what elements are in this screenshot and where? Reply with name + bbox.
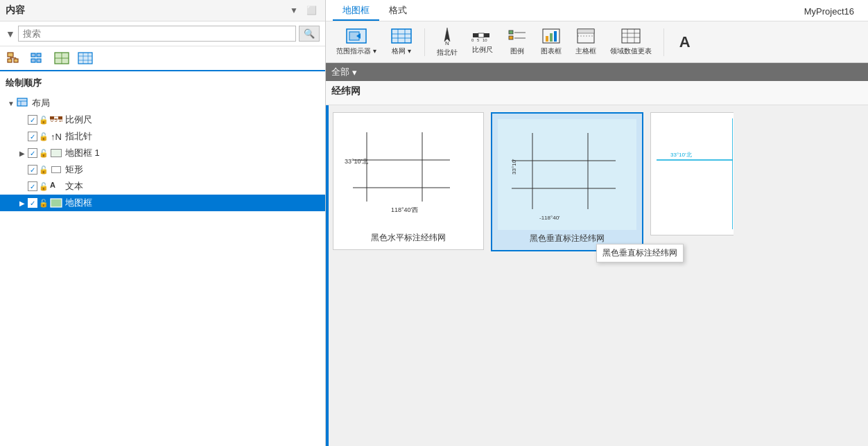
scalebar-ribbon-icon: 0 5 10 (471, 29, 494, 45)
rect-label: 矩形 (65, 163, 83, 176)
pin-icon[interactable]: ▼ (287, 4, 301, 17)
expand-icon-layout: ▼ (6, 100, 17, 107)
svg-rect-25 (51, 199, 62, 207)
search-bar: ▼ 🔍 (0, 21, 325, 46)
svg-rect-7 (31, 59, 35, 62)
panel-header-icons: ▼ ⬜ (287, 4, 320, 17)
svg-text:-118°40': -118°40' (539, 215, 560, 221)
scope-icon (345, 28, 367, 46)
svg-rect-43 (509, 30, 513, 34)
mapframe2-label: 地图框 (65, 197, 92, 209)
grid-ribbon-icon (390, 28, 413, 46)
svg-text:0: 0 (471, 38, 474, 42)
map-content: 33°10'北 118°40'西 黑色水平标注经纬网 33°10' (326, 105, 868, 446)
svg-rect-44 (509, 36, 513, 39)
grid-section: 经纬网 (326, 81, 868, 105)
expand-icon-mapframe2: ▶ (17, 199, 28, 207)
ribbon-content: 范围指示器 ▾ 格网 ▾ (326, 21, 868, 62)
dock-icon[interactable]: ⬜ (304, 4, 320, 17)
svg-rect-66 (498, 119, 636, 230)
lock-icon-north: 🔓 (39, 132, 49, 141)
checkbox-mapframe1[interactable] (28, 148, 37, 158)
layout-type-icon (17, 98, 29, 109)
checkbox-text[interactable] (28, 181, 37, 191)
svg-rect-50 (554, 31, 557, 42)
svg-text:5: 5 (477, 38, 480, 42)
attribute-button[interactable]: 领域数值更表 (605, 26, 657, 58)
mapframe1-type-icon (50, 148, 62, 159)
ribbon-area: 地图框 格式 MyProject16 范围指示器 ▾ (326, 0, 868, 63)
search-button[interactable]: 🔍 (299, 26, 320, 42)
map-card-canvas-1: 33°10'北 118°40'西 (339, 118, 478, 229)
scope-indicator-button[interactable]: 范围指示器 ▾ (331, 26, 381, 58)
project-name: MyProject16 (797, 2, 861, 21)
rect-type-icon (50, 164, 62, 175)
tree-item-rect[interactable]: 🔓 矩形 (0, 161, 325, 178)
tree-item-mapframe1[interactable]: ▶ 🔓 地图框 1 (0, 145, 325, 161)
svg-text:33°10': 33°10' (511, 159, 517, 175)
legend-ribbon-label: 图例 (510, 46, 524, 56)
mapframe1-label: 地图框 1 (65, 147, 100, 159)
map-card-partial[interactable]: 33°10'北 — (650, 112, 734, 235)
scale-type-icon: 0 5 10 (50, 114, 62, 125)
svg-rect-8 (37, 53, 41, 57)
svg-rect-49 (550, 33, 553, 42)
mainframe-ribbon-label: 主格框 (575, 46, 596, 56)
grid-button[interactable]: 格网 ▾ (385, 26, 417, 58)
map-card-horizontal[interactable]: 33°10'北 118°40'西 黑色水平标注经纬网 (333, 112, 484, 250)
checkbox-mapframe2[interactable] (28, 198, 37, 208)
checkbox-scale[interactable] (28, 115, 37, 125)
tab-format[interactable]: 格式 (379, 0, 417, 21)
map-card-vertical[interactable]: 33°10' -118°40' 黑色垂直标注经纬网 (491, 112, 643, 251)
grid-section-title: 经纬网 (331, 85, 862, 98)
text-ribbon-icon: A (679, 35, 691, 50)
tree-item-text[interactable]: 🔓 A 文本 (0, 178, 325, 195)
svg-rect-6 (31, 53, 35, 57)
tree-item-mapframe2[interactable]: ▶ 🔓 地图框 (0, 195, 325, 211)
svg-rect-48 (546, 36, 548, 42)
svg-rect-73 (657, 118, 733, 229)
card2-label: 黑色垂直标注经纬网 (530, 233, 605, 244)
hierarchy-view-icon[interactable] (6, 51, 24, 66)
lock-icon-scale: 🔓 (39, 115, 49, 125)
tab-mapframe[interactable]: 地图框 (333, 0, 379, 21)
list-view-icon[interactable] (29, 51, 47, 66)
map-view-icon[interactable] (53, 51, 71, 66)
svg-rect-18 (17, 98, 27, 106)
filter-icon[interactable]: ▼ (6, 28, 15, 39)
panel-title: 内容 (6, 4, 25, 17)
text-button[interactable]: A (671, 33, 699, 52)
grid-view-icon[interactable] (76, 51, 94, 66)
checkbox-north[interactable] (28, 132, 37, 141)
filter-dropdown-icon: ▾ (352, 67, 357, 78)
tree-item-layout[interactable]: ▼ 布局 (0, 95, 325, 112)
mapframe2-type-icon (50, 197, 62, 208)
scalebar-button[interactable]: 0 5 10 比例尺 (467, 27, 498, 57)
svg-text:N: N (445, 40, 449, 46)
attribute-ribbon-label: 领域数值更表 (610, 46, 652, 56)
svg-rect-13 (78, 53, 92, 64)
north-ribbon-icon: N (437, 26, 457, 48)
mainframe-button[interactable]: 主格框 (571, 26, 601, 58)
tree-item-scale[interactable]: 🔓 0 5 10 比例尺 (0, 112, 325, 128)
search-input[interactable] (18, 26, 296, 42)
text-label: 文本 (65, 180, 83, 193)
layout-label: 布局 (32, 97, 50, 109)
filter-all-label: 全部 (331, 66, 349, 78)
legend-button[interactable]: 图例 (503, 26, 532, 58)
svg-rect-37 (473, 33, 478, 37)
mainframe-ribbon-icon (576, 28, 596, 46)
svg-rect-54 (622, 29, 640, 43)
map-card-canvas-2: 33°10' -118°40' (498, 119, 636, 230)
svg-rect-23 (50, 116, 54, 119)
filter-all-button[interactable]: 全部 ▾ (331, 66, 357, 78)
svg-marker-34 (444, 28, 450, 42)
north-button[interactable]: N 指北针 (432, 24, 462, 60)
svg-rect-2 (14, 59, 18, 62)
chart-button[interactable]: 图表框 (536, 26, 566, 58)
tooltip: 黑色垂直标注经纬网 (596, 244, 684, 262)
checkbox-rect[interactable] (28, 165, 37, 175)
svg-text:33°10'北: 33°10'北 (345, 158, 368, 165)
svg-rect-52 (578, 29, 594, 33)
tree-item-north[interactable]: 🔓 ↑N 指北针 (0, 128, 325, 145)
